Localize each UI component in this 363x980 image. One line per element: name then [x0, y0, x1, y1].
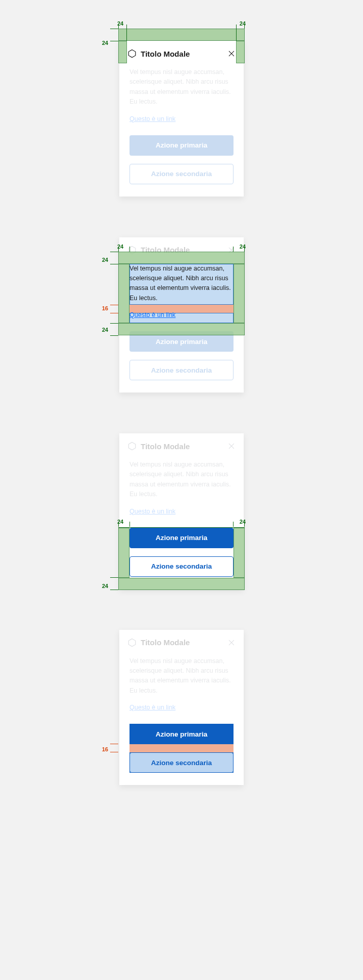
secondary-action-button[interactable]: Azione secondaria [129, 752, 234, 773]
measure-gap: 16 [102, 305, 108, 311]
modal: Titolo Modale Vel tempus nisl augue accu… [119, 630, 244, 786]
measure-top-right: 24 [240, 20, 246, 27]
modal-actions: Azione primaria Azione secondaria [119, 712, 244, 785]
spec-actions-padding: Titolo Modale Vel tempus nisl augue accu… [119, 433, 244, 589]
modal-actions: Azione primaria Azione secondaria [119, 516, 244, 589]
close-icon[interactable] [227, 639, 236, 647]
modal-title: Titolo Modale [141, 442, 223, 451]
modal-actions: Azione primaria Azione secondaria [119, 319, 244, 393]
secondary-action-button[interactable]: Azione secondaria [129, 164, 234, 184]
modal-header: Titolo Modale [119, 237, 244, 260]
close-icon[interactable] [227, 50, 236, 58]
modal: Titolo Modale Vel tempus nisl augue accu… [119, 433, 244, 589]
primary-action-button[interactable]: Azione primaria [129, 528, 234, 548]
measure-actions-gap: 16 [102, 746, 108, 752]
modal-header: Titolo Modale [119, 433, 244, 456]
hexagon-icon [127, 442, 137, 451]
primary-action-button[interactable]: Azione primaria [129, 331, 234, 352]
modal-title: Titolo Modale [141, 50, 223, 58]
measure-top-left: 24 [117, 20, 123, 27]
measure-bottom: 24 [102, 583, 108, 589]
primary-action-button[interactable]: Azione primaria [129, 724, 234, 744]
modal-body-link[interactable]: Questo è un link [129, 115, 175, 122]
secondary-action-button[interactable]: Azione secondaria [129, 360, 234, 380]
measure-bottom: 24 [102, 327, 108, 333]
modal-body-text: Vel tempus nisl augue accumsan, sceleris… [129, 460, 234, 500]
modal-body: Vel tempus nisl augue accumsan, sceleris… [119, 260, 244, 320]
close-icon[interactable] [227, 442, 236, 450]
hexagon-icon [127, 638, 137, 647]
spec-actions-gap: Titolo Modale Vel tempus nisl augue accu… [119, 630, 244, 786]
modal-body-text: Vel tempus nisl augue accumsan, sceleris… [129, 67, 234, 107]
modal-body-link[interactable]: Questo è un link [129, 508, 175, 515]
modal-body-text: Vel tempus nisl augue accumsan, sceleris… [129, 656, 234, 696]
modal-body-link[interactable]: Questo è un link [129, 311, 175, 318]
primary-action-button[interactable]: Azione primaria [129, 135, 234, 156]
modal-title: Titolo Modale [141, 638, 223, 647]
svg-marker-1 [128, 246, 136, 254]
modal: Titolo Modale Vel tempus nisl augue accu… [119, 41, 244, 197]
modal-header: Titolo Modale [119, 41, 244, 63]
spec-header-padding: Titolo Modale Vel tempus nisl augue accu… [119, 41, 244, 197]
secondary-action-button[interactable]: Azione secondaria [129, 556, 234, 577]
modal-body: Vel tempus nisl augue accumsan, sceleris… [119, 456, 244, 516]
spec-body-padding: Titolo Modale Vel tempus nisl augue accu… [119, 237, 244, 393]
measure-left: 24 [102, 40, 108, 46]
hexagon-icon [127, 246, 137, 255]
hexagon-icon [127, 49, 137, 58]
modal-body-text: Vel tempus nisl augue accumsan, sceleris… [129, 264, 234, 304]
svg-marker-2 [128, 443, 136, 450]
modal-actions: Azione primaria Azione secondaria [119, 123, 244, 197]
close-icon[interactable] [227, 246, 236, 254]
modal-title: Titolo Modale [141, 246, 223, 254]
modal-header: Titolo Modale [119, 630, 244, 652]
measure-top: 24 [102, 257, 108, 263]
svg-marker-0 [128, 50, 136, 58]
modal-body-link[interactable]: Questo è un link [129, 704, 175, 711]
modal-body: Vel tempus nisl augue accumsan, sceleris… [119, 652, 244, 712]
modal: Titolo Modale Vel tempus nisl augue accu… [119, 237, 244, 393]
modal-body: Vel tempus nisl augue accumsan, sceleris… [119, 63, 244, 123]
svg-marker-3 [128, 639, 136, 646]
